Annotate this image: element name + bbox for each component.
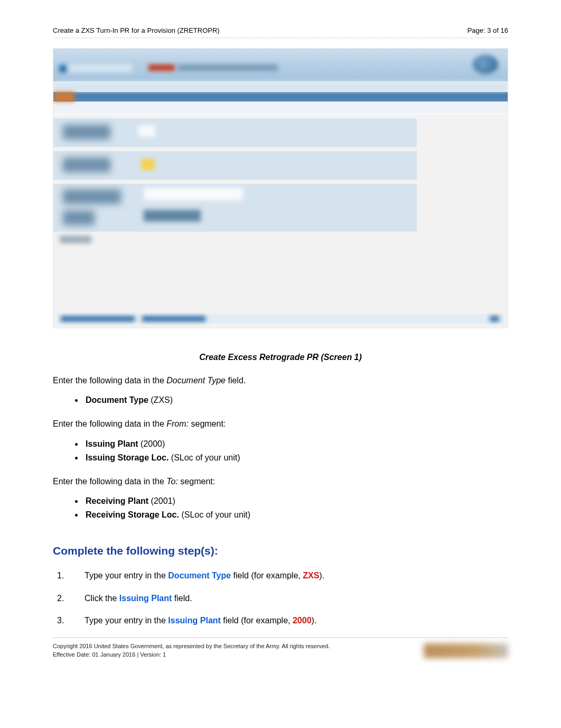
header-title: Create a ZXS Turn-In PR for a Provision … — [53, 26, 220, 34]
item-label: Issuing Storage Loc. — [86, 453, 169, 462]
step-3: Type your entry in the Issuing Plant fie… — [53, 615, 508, 626]
text: field (for example, — [221, 616, 293, 625]
list-item: Issuing Storage Loc. (SLoc of your unit) — [83, 451, 508, 464]
item-label: Receiving Storage Loc. — [86, 510, 179, 519]
item-value: (SLoc of your unit) — [169, 453, 240, 462]
text: Enter the following data in the — [53, 477, 166, 486]
effective-date: Effective Date: 01 January 2016 | Versio… — [53, 651, 330, 659]
item-label: Receiving Plant — [86, 496, 148, 505]
item-value: (ZXS) — [148, 395, 173, 404]
copyright: Copyright 2016 United States Government,… — [53, 642, 330, 650]
header-divider — [53, 38, 508, 39]
steps-heading: Complete the following step(s): — [53, 545, 508, 557]
list-item: Receiving Plant (2001) — [83, 495, 508, 508]
text: field (for example, — [231, 571, 303, 580]
intro-from: Enter the following data in the From: se… — [53, 418, 508, 430]
text: Enter the following data in the — [53, 376, 166, 385]
step-2: Click the Issuing Plant field. — [53, 593, 508, 604]
field-name: From: — [166, 419, 189, 428]
list-from: Issuing Plant (2000) Issuing Storage Loc… — [83, 438, 508, 464]
text: field. — [226, 376, 246, 385]
field-ref: Issuing Plant — [168, 616, 221, 625]
text: field. — [172, 594, 192, 603]
field-ref: Document Type — [168, 571, 231, 580]
text: ). — [312, 616, 317, 625]
steps-list: Type your entry in the Document Type fie… — [53, 570, 508, 626]
example-value: ZXS — [303, 571, 319, 580]
footer-logo — [424, 643, 508, 658]
screenshot-caption: Create Excess Retrograde PR (Screen 1) — [53, 353, 508, 362]
list-item: Document Type (ZXS) — [83, 394, 508, 407]
text: ). — [319, 571, 324, 580]
page-footer: Copyright 2016 United States Government,… — [53, 642, 508, 659]
page-header: Create a ZXS Turn-In PR for a Provision … — [53, 26, 508, 34]
text: segment: — [189, 419, 226, 428]
text: segment: — [178, 477, 215, 486]
list-item: Receiving Storage Loc. (SLoc of your uni… — [83, 509, 508, 521]
field-ref: Issuing Plant — [119, 594, 172, 603]
app-screenshot — [53, 48, 508, 328]
list-item: Issuing Plant (2000) — [83, 438, 508, 450]
field-name: To: — [166, 477, 178, 486]
step-1: Type your entry in the Document Type fie… — [53, 570, 508, 582]
text: Enter the following data in the — [53, 419, 166, 428]
intro-doc-type: Enter the following data in the Document… — [53, 375, 508, 386]
footer-divider — [53, 637, 508, 638]
list-document-type: Document Type (ZXS) — [83, 394, 508, 407]
item-label: Document Type — [86, 395, 148, 404]
text: Click the — [85, 594, 119, 603]
list-to: Receiving Plant (2001) Receiving Storage… — [83, 495, 508, 521]
field-name: Document Type — [166, 376, 226, 385]
footer-text: Copyright 2016 United States Government,… — [53, 642, 330, 659]
item-label: Issuing Plant — [86, 439, 138, 448]
example-value: 2000 — [293, 616, 312, 625]
text: Type your entry in the — [85, 571, 168, 580]
intro-to: Enter the following data in the To: segm… — [53, 476, 508, 487]
header-page: Page: 3 of 16 — [467, 26, 508, 34]
item-value: (2001) — [148, 496, 175, 505]
item-value: (SLoc of your unit) — [179, 510, 250, 519]
text: Type your entry in the — [85, 616, 168, 625]
item-value: (2000) — [138, 439, 165, 448]
